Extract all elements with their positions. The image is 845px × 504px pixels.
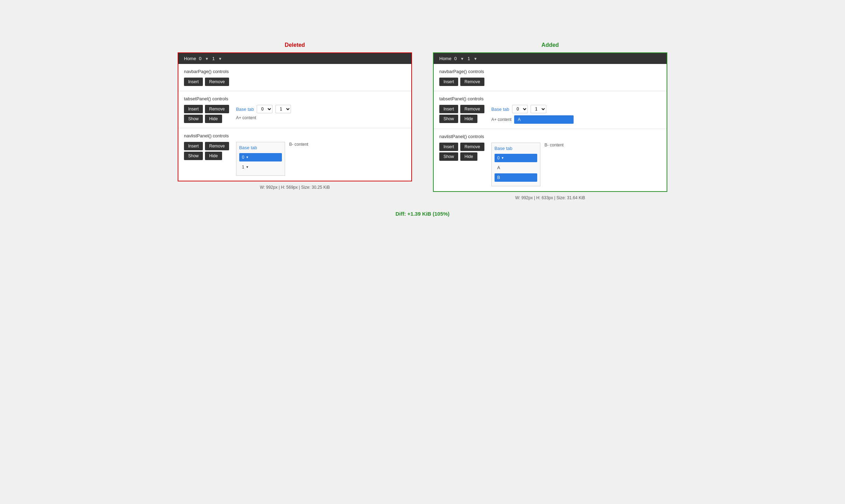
added-navlist-item-0-label: 0 (497, 156, 500, 160)
deleted-navlist-item-1[interactable]: 1 ▼ (239, 163, 282, 171)
added-navlist-hide-btn[interactable]: Hide (460, 152, 477, 161)
added-nav-zero-dropdown[interactable]: ▼ (460, 57, 465, 61)
deleted-navlist-base-label: Base tab (239, 145, 282, 150)
deleted-tabset-section: tabsetPanel() controls Insert Remove Sho… (178, 91, 411, 128)
deleted-tabset-btn-row2: Show Hide (184, 115, 229, 123)
added-navlist-base-label: Base tab (495, 146, 537, 151)
added-nav-zero: 0 (454, 56, 457, 61)
added-tabset-aplus-row: A+ content (491, 115, 574, 124)
deleted-navlist-btn-row2: Show Hide (184, 152, 229, 160)
deleted-tabset-base-tab-row: Base tab 0 1 (236, 105, 291, 113)
added-navlist-item-A[interactable]: A (495, 164, 537, 172)
added-tabset-extra: Base tab 0 1 A+ content (491, 105, 574, 124)
deleted-nav-zero-dropdown[interactable]: ▼ (204, 57, 210, 61)
added-navlist-box: Base tab 0 ▼ A B (491, 143, 540, 186)
added-navbar-section: navbarPage() controls Insert Remove (434, 64, 667, 91)
deleted-navlist-remove-btn[interactable]: Remove (205, 142, 229, 150)
added-navlist-item-B[interactable]: B (495, 173, 537, 182)
added-navlist-remove-btn[interactable]: Remove (460, 143, 484, 151)
added-tabset-hide-btn[interactable]: Hide (460, 115, 477, 123)
deleted-navlist-item-1-chevron: ▼ (246, 165, 249, 169)
added-panel-wrapper: Added Home 0 ▼ 1 ▼ navbarPage() controls… (433, 42, 667, 200)
deleted-navlist-item-1-label: 1 (242, 165, 244, 170)
deleted-navlist-controls-row: Insert Remove Show Hide Base tab 0 (184, 142, 406, 176)
added-nav-one-dropdown[interactable]: ▼ (473, 57, 478, 61)
added-tabset-remove-btn[interactable]: Remove (460, 105, 484, 113)
deleted-navbar-remove-btn[interactable]: Remove (205, 78, 229, 86)
added-navlist-show-btn[interactable]: Show (439, 152, 458, 161)
added-navlist-insert-btn[interactable]: Insert (439, 143, 458, 151)
deleted-navbar-insert-btn[interactable]: Insert (184, 78, 203, 86)
deleted-navlist-btn-row1: Insert Remove (184, 142, 229, 150)
added-navlist-btn-row1: Insert Remove (439, 143, 484, 151)
deleted-navlist-section: navlistPanel() controls Insert Remove Sh… (178, 128, 411, 181)
added-tabset-base-label: Base tab (491, 107, 509, 112)
added-navbar: Home 0 ▼ 1 ▼ (434, 53, 667, 64)
deleted-navlist-b-content: B- content (289, 142, 308, 147)
added-navlist-btn-row2: Show Hide (439, 152, 484, 161)
added-navlist-section: navlistPanel() controls Insert Remove Sh… (434, 129, 667, 191)
added-navlist-item-B-label: B (497, 175, 500, 180)
added-navbar-insert-btn[interactable]: Insert (439, 78, 458, 86)
deleted-navlist-show-btn[interactable]: Show (184, 152, 203, 160)
added-tabset-a-input[interactable] (514, 115, 574, 124)
deleted-tabset-one-select[interactable]: 1 (275, 105, 291, 113)
deleted-nav-home: Home (184, 56, 196, 61)
deleted-navbar: Home 0 ▼ 1 ▼ (178, 53, 411, 64)
added-tabset-btn-row1: Insert Remove (439, 105, 484, 113)
added-navlist-btn-col: Insert Remove Show Hide (439, 143, 484, 161)
deleted-navlist-item-0-label: 0 (242, 155, 244, 160)
added-size-info: W: 992px | H: 633px | Size: 31.64 KiB (515, 195, 585, 200)
deleted-navbar-btn-group: Insert Remove (184, 78, 406, 86)
deleted-navbar-section: navbarPage() controls Insert Remove (178, 64, 411, 91)
deleted-nav-one: 1 (212, 56, 215, 61)
deleted-tabset-zero-select[interactable]: 0 (257, 105, 272, 113)
added-navlist-title: navlistPanel() controls (439, 134, 661, 139)
deleted-label: Deleted (285, 42, 305, 48)
added-navlist-item-0[interactable]: 0 ▼ (495, 154, 537, 162)
added-tabset-section: tabsetPanel() controls Insert Remove Sho… (434, 91, 667, 129)
deleted-tabset-title: tabsetPanel() controls (184, 96, 406, 101)
deleted-tabset-aplus-row: A+ content (236, 115, 291, 120)
added-tabset-aplus-label: A+ content (491, 117, 512, 122)
deleted-navlist-item-0[interactable]: 0 ▼ (239, 153, 282, 161)
deleted-tabset-controls-row: Insert Remove Show Hide Base tab 0 (184, 105, 406, 123)
deleted-ui-panel: Home 0 ▼ 1 ▼ navbarPage() controls Inser… (178, 52, 412, 181)
deleted-nav-zero: 0 (199, 56, 201, 61)
added-tabset-title: tabsetPanel() controls (439, 96, 661, 101)
added-tabset-btn-col: Insert Remove Show Hide (439, 105, 484, 123)
added-navlist-item-A-label: A (497, 165, 500, 170)
added-tabset-base-tab-row: Base tab 0 1 (491, 105, 574, 113)
deleted-tabset-hide-btn[interactable]: Hide (205, 115, 222, 123)
added-navbar-remove-btn[interactable]: Remove (460, 78, 484, 86)
added-navbar-btn-group: Insert Remove (439, 78, 661, 86)
deleted-tabset-remove-btn[interactable]: Remove (205, 105, 229, 113)
added-tabset-zero-select[interactable]: 0 (512, 105, 528, 113)
deleted-nav-one-dropdown[interactable]: ▼ (218, 57, 223, 61)
added-navlist-controls-row: Insert Remove Show Hide Base tab 0 (439, 143, 661, 186)
deleted-tabset-btn-row1: Insert Remove (184, 105, 229, 113)
deleted-tabset-extra: Base tab 0 1 A+ content (236, 105, 291, 120)
deleted-tabset-show-btn[interactable]: Show (184, 115, 203, 123)
added-tabset-one-select[interactable]: 1 (531, 105, 546, 113)
deleted-tabset-base-label: Base tab (236, 107, 254, 112)
deleted-navlist-box: Base tab 0 ▼ 1 ▼ (236, 142, 285, 176)
added-label: Added (541, 42, 559, 48)
deleted-navlist-title: navlistPanel() controls (184, 133, 406, 138)
deleted-tabset-insert-btn[interactable]: Insert (184, 105, 203, 113)
deleted-navlist-insert-btn[interactable]: Insert (184, 142, 203, 150)
added-navlist-area: Base tab 0 ▼ A B B- c (491, 143, 564, 186)
deleted-panel-wrapper: Deleted Home 0 ▼ 1 ▼ navbarPage() contro… (178, 42, 412, 200)
diff-label: Diff: +1.39 KiB (105%) (396, 211, 450, 217)
added-tabset-insert-btn[interactable]: Insert (439, 105, 458, 113)
added-ui-panel: Home 0 ▼ 1 ▼ navbarPage() controls Inser… (433, 52, 667, 192)
deleted-navlist-item-0-chevron: ▼ (246, 156, 249, 159)
deleted-navbar-title: navbarPage() controls (184, 69, 406, 74)
added-navlist-b-content: B- content (545, 143, 564, 147)
deleted-tabset-btn-col: Insert Remove Show Hide (184, 105, 229, 123)
added-tabset-controls-row: Insert Remove Show Hide Base tab 0 (439, 105, 661, 124)
added-tabset-show-btn[interactable]: Show (439, 115, 458, 123)
added-navbar-title: navbarPage() controls (439, 69, 661, 74)
deleted-navlist-hide-btn[interactable]: Hide (205, 152, 222, 160)
added-nav-home: Home (439, 56, 452, 61)
